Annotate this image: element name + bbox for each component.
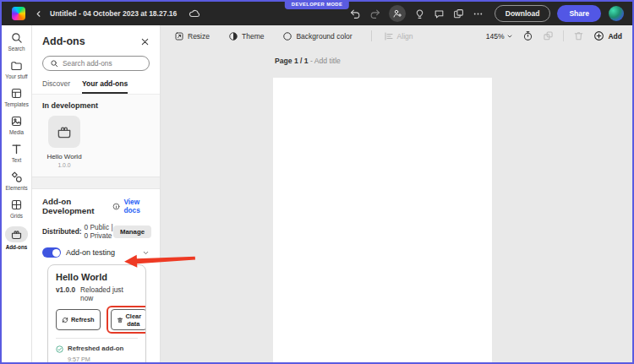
media-icon xyxy=(10,115,23,128)
panel-title: Add-ons xyxy=(42,35,85,47)
panel-tabs: Discover Your add-ons xyxy=(42,79,150,94)
sidebar-label: Search xyxy=(8,46,25,52)
distributed-value: 0 Public | 0 Private xyxy=(85,223,113,240)
group-icon xyxy=(543,30,554,41)
view-docs-link[interactable]: View docs xyxy=(123,198,151,215)
redo-icon[interactable] xyxy=(369,8,380,19)
trash-icon xyxy=(117,317,123,323)
lightbulb-icon[interactable] xyxy=(414,8,425,19)
background-color-button[interactable]: Background color xyxy=(282,31,352,41)
addon-card-name: Hello World xyxy=(56,272,138,282)
user-avatar[interactable] xyxy=(609,6,624,21)
sidebar-item-templates[interactable]: Templates xyxy=(2,87,32,115)
templates-icon xyxy=(10,87,23,100)
addon-development-heading: Add-on Development xyxy=(42,197,109,215)
sidebar-item-add-ons[interactable]: Add-ons xyxy=(2,226,32,254)
theme-button[interactable]: Theme xyxy=(228,31,264,41)
addon-testing-label: Add-on testing xyxy=(66,248,115,257)
annotation-arrow xyxy=(124,250,196,270)
close-icon[interactable] xyxy=(140,37,150,46)
addon-event-log: Refreshed add-on 9:57 PM Detected change… xyxy=(56,345,138,364)
page-label[interactable]: Page 1 / 1 - Add title xyxy=(275,57,341,65)
check-circle-icon xyxy=(56,345,63,353)
zoom-level-value: 145% xyxy=(486,32,505,41)
align-button: Align xyxy=(384,31,413,41)
addon-development-section: Add-on Development View docs Distributed… xyxy=(32,189,160,364)
refresh-icon xyxy=(62,317,68,323)
developer-mode-badge: DEVELOPER MODE xyxy=(285,0,349,9)
cloud-sync-icon[interactable] xyxy=(189,8,200,19)
document-page-canvas[interactable] xyxy=(273,78,492,362)
addon-testing-toggle[interactable] xyxy=(42,247,61,258)
addon-plug-icon xyxy=(56,123,73,140)
addon-card-status: Reloaded just now xyxy=(80,285,138,302)
toolbar-divider xyxy=(563,30,564,41)
sidebar-label: Text xyxy=(12,157,22,163)
search-addons-input[interactable] xyxy=(63,59,142,68)
search-icon xyxy=(50,59,58,68)
resize-button[interactable]: Resize xyxy=(174,31,210,41)
clear-data-button[interactable]: Clear data xyxy=(111,309,146,330)
more-options-icon[interactable] xyxy=(473,8,484,19)
sidebar-item-elements[interactable]: Elements xyxy=(2,171,32,198)
delete-page-icon xyxy=(573,30,584,41)
folder-icon xyxy=(10,59,23,72)
addon-tile-version: 1.0.0 xyxy=(57,162,70,168)
search-icon xyxy=(10,31,23,44)
download-button[interactable]: Download xyxy=(495,5,551,22)
addon-tile-name: Hello World xyxy=(46,153,81,160)
addon-tile-thumbnail[interactable] xyxy=(48,116,80,148)
adobe-express-logo-icon xyxy=(12,7,25,20)
tab-your-add-ons[interactable]: Your add-ons xyxy=(82,79,128,94)
addon-card-version: v1.0.0 xyxy=(56,285,75,302)
refresh-button[interactable]: Refresh xyxy=(56,309,101,330)
in-development-section: In development Hello World 1.0.0 xyxy=(32,94,160,177)
text-icon xyxy=(10,143,23,155)
addon-test-card: Hello World v1.0.0 Reloaded just now Ref… xyxy=(47,264,146,364)
info-icon[interactable] xyxy=(112,203,120,210)
in-development-heading: In development xyxy=(42,101,150,110)
log-entry-success: Refreshed add-on 9:57 PM xyxy=(56,345,138,363)
addons-icon xyxy=(5,226,28,242)
sidebar-item-search[interactable]: Search xyxy=(2,31,32,59)
sidebar-item-grids[interactable]: Grids xyxy=(2,198,32,226)
distributed-label: Distributed: xyxy=(42,227,82,236)
back-icon[interactable] xyxy=(34,9,43,19)
toolbar-divider xyxy=(371,30,372,41)
sidebar-label: Your stuff xyxy=(5,73,27,79)
resize-icon xyxy=(174,31,184,41)
elements-icon xyxy=(10,171,23,183)
sidebar-label: Templates xyxy=(4,101,29,107)
plus-circle-icon xyxy=(593,30,604,41)
background-color-icon xyxy=(282,31,292,41)
zoom-level-control[interactable]: 145% xyxy=(486,32,514,41)
addon-tile[interactable]: Hello World 1.0.0 xyxy=(42,116,86,168)
sidebar-item-your-stuff[interactable]: Your stuff xyxy=(2,59,32,87)
left-navigation-rail: Search Your stuff Templates Media Text E… xyxy=(2,25,32,362)
search-addons-box[interactable] xyxy=(42,56,150,71)
duplicate-pages-icon[interactable] xyxy=(453,8,464,19)
sidebar-label: Add-ons xyxy=(6,244,28,250)
align-icon xyxy=(384,31,394,41)
sidebar-label: Elements xyxy=(5,185,27,191)
sidebar-label: Media xyxy=(9,129,24,135)
canvas-toolbar: Resize Theme Background color Align 145%… xyxy=(161,25,632,46)
document-title[interactable]: Untitled - 04 October 2023 at 18.27.16 xyxy=(50,9,177,18)
sidebar-label: Grids xyxy=(10,213,23,219)
add-page-button[interactable]: Add xyxy=(593,30,622,41)
share-button[interactable]: Share xyxy=(557,5,601,22)
invite-people-icon[interactable] xyxy=(389,5,406,22)
theme-icon xyxy=(228,31,238,41)
chevron-down-icon xyxy=(506,33,513,40)
grids-icon xyxy=(10,198,23,211)
tab-discover[interactable]: Discover xyxy=(42,79,70,94)
section-divider xyxy=(32,177,160,189)
addons-panel: Add-ons Discover Your add-ons In develop… xyxy=(32,25,161,362)
page-duration-icon[interactable] xyxy=(522,30,533,41)
sidebar-item-media[interactable]: Media xyxy=(2,115,32,143)
manage-button[interactable]: Manage xyxy=(113,225,151,238)
sidebar-item-text[interactable]: Text xyxy=(2,143,32,171)
undo-icon[interactable] xyxy=(350,8,361,19)
comments-icon[interactable] xyxy=(434,8,445,19)
